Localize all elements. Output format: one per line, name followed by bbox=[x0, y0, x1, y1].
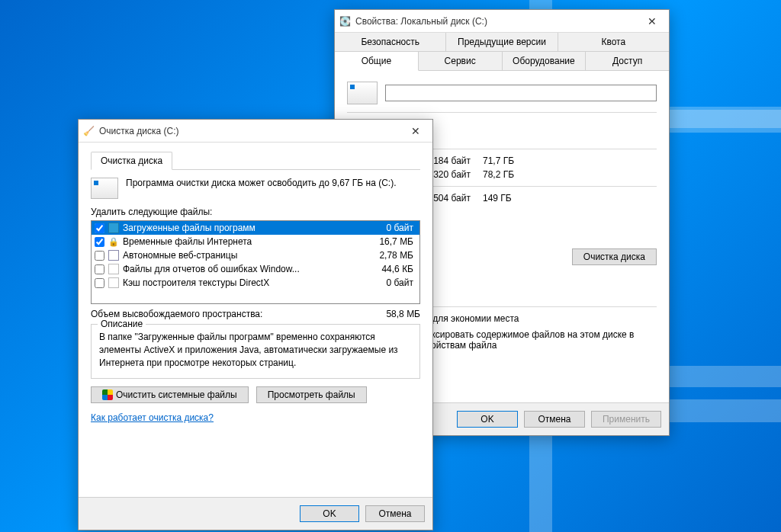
drive-icon bbox=[347, 82, 378, 104]
item-size: 2,78 МБ bbox=[363, 250, 416, 261]
tabs-row-top: Безопасность Предыдущие версии Квота bbox=[335, 33, 669, 52]
ok-button[interactable]: OK bbox=[300, 505, 359, 522]
item-checkbox[interactable] bbox=[95, 278, 104, 288]
titlebar[interactable]: 🧹 Очистка диска (C:) ✕ bbox=[79, 120, 432, 143]
drive-icon bbox=[91, 178, 118, 199]
window-title: Очистка диска (C:) bbox=[99, 126, 399, 136]
total-value: 58,8 МБ bbox=[386, 309, 420, 319]
shield-icon bbox=[102, 389, 113, 400]
item-checkbox[interactable] bbox=[95, 264, 104, 274]
description-legend: Описание bbox=[98, 319, 146, 329]
tab-tools[interactable]: Сервис bbox=[419, 52, 503, 70]
close-icon[interactable]: ✕ bbox=[640, 12, 664, 30]
clean-system-files-button[interactable]: Очистить системные файлы bbox=[91, 386, 249, 403]
drive-icon-small: 💽 bbox=[339, 16, 351, 27]
ok-button[interactable]: OK bbox=[457, 411, 518, 428]
disk-cleanup-window: 🧹 Очистка диска (C:) ✕ Очистка диска Про… bbox=[78, 119, 433, 530]
item-name: Загруженные файлы программ bbox=[123, 223, 359, 233]
list-item[interactable]: Автономные веб-страницы 2,78 МБ bbox=[92, 248, 419, 262]
view-files-button[interactable]: Просмотреть файлы bbox=[256, 386, 367, 403]
drive-label-input[interactable] bbox=[385, 85, 657, 101]
item-name: Временные файлы Интернета bbox=[123, 236, 359, 247]
list-item[interactable]: Загруженные файлы программ 0 байт bbox=[92, 221, 419, 235]
tab-security[interactable]: Безопасность bbox=[335, 33, 446, 51]
item-name: Автономные веб-страницы bbox=[123, 250, 359, 261]
cleanup-intro: Программа очистки диска может освободить… bbox=[126, 178, 397, 188]
item-checkbox[interactable] bbox=[95, 251, 104, 261]
titlebar[interactable]: 💽 Свойства: Локальный диск (C:) ✕ bbox=[335, 10, 669, 33]
free-gb: 78,2 ГБ bbox=[483, 169, 529, 180]
list-item[interactable]: 🔒 Временные файлы Интернета 16,7 МБ bbox=[92, 235, 419, 248]
disk-cleanup-button[interactable]: Очистка диска bbox=[572, 248, 657, 265]
description-group: Описание В папке "Загруженные файлы прог… bbox=[91, 324, 420, 379]
folder-icon bbox=[108, 223, 119, 233]
description-text: В папке "Загруженные файлы программ" вре… bbox=[99, 331, 412, 369]
list-item[interactable]: Кэш построителя текстуры DirectX 0 байт bbox=[92, 276, 419, 290]
tabs-row-bottom: Общие Сервис Оборудование Доступ bbox=[335, 52, 669, 71]
item-checkbox[interactable] bbox=[95, 223, 104, 233]
used-gb: 71,7 ГБ bbox=[483, 155, 529, 166]
document-icon bbox=[108, 264, 119, 274]
file-list[interactable]: Загруженные файлы программ 0 байт 🔒 Врем… bbox=[91, 220, 420, 304]
close-icon[interactable]: ✕ bbox=[403, 122, 428, 140]
item-size: 0 байт bbox=[363, 277, 416, 288]
help-link[interactable]: Как работает очистка диска? bbox=[91, 412, 214, 423]
item-size: 16,7 МБ bbox=[363, 236, 416, 247]
list-item[interactable]: Файлы для отчетов об ошибках Window... 4… bbox=[92, 262, 419, 276]
item-name: Файлы для отчетов об ошибках Window... bbox=[123, 264, 359, 274]
item-size: 0 байт bbox=[363, 223, 416, 233]
tab-general[interactable]: Общие bbox=[335, 52, 419, 71]
button-label: Очистить системные файлы bbox=[116, 389, 237, 400]
dialog-footer: OK Отмена bbox=[79, 497, 432, 530]
item-checkbox[interactable] bbox=[95, 237, 104, 247]
apply-button[interactable]: Применить bbox=[591, 411, 661, 428]
lock-icon: 🔒 bbox=[108, 237, 119, 247]
cap-gb: 149 ГБ bbox=[483, 193, 529, 204]
tab-strip: Очистка диска bbox=[91, 152, 420, 170]
total-label: Объем высвобождаемого пространства: bbox=[91, 309, 386, 319]
document-icon bbox=[108, 277, 119, 288]
globe-icon bbox=[108, 250, 119, 261]
item-size: 44,6 КБ bbox=[363, 264, 416, 274]
tab-hardware[interactable]: Оборудование bbox=[503, 52, 587, 70]
cleanup-icon: 🧹 bbox=[83, 126, 95, 136]
delete-files-label: Удалить следующие файлы: bbox=[91, 207, 420, 217]
tab-previous-versions[interactable]: Предыдущие версии bbox=[446, 33, 558, 51]
item-name: Кэш построителя текстуры DirectX bbox=[123, 277, 359, 288]
tab-cleanup[interactable]: Очистка диска bbox=[91, 152, 172, 170]
tab-quota[interactable]: Квота bbox=[558, 33, 669, 51]
cancel-button[interactable]: Отмена bbox=[524, 411, 585, 428]
window-title: Свойства: Локальный диск (C:) bbox=[355, 16, 635, 27]
tab-sharing[interactable]: Доступ bbox=[586, 52, 669, 70]
cancel-button[interactable]: Отмена bbox=[365, 505, 425, 522]
